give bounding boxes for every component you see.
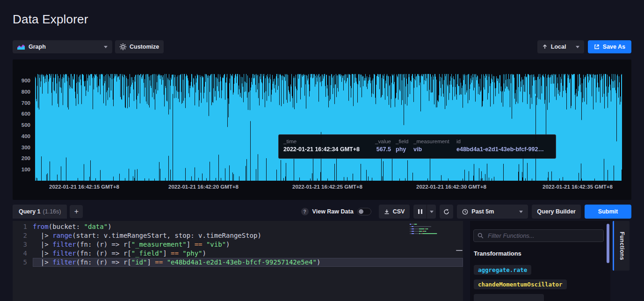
code-line[interactable]: 4 |> filter(fn: (r) => r["_field"] == "p… — [13, 249, 463, 258]
tooltip-value: e48bd4a1-e2d1-43eb-bfcf-992… — [456, 146, 551, 153]
minimap-line — [410, 233, 463, 234]
line-number: 5 — [13, 258, 33, 267]
gear-icon — [120, 44, 126, 50]
flux-code-editor[interactable]: 1from(bucket: "data")2 |> range(start: v… — [13, 221, 463, 301]
tab-functions[interactable]: Functions — [613, 221, 630, 271]
help-icon[interactable]: ? — [301, 208, 309, 215]
minimap[interactable] — [408, 221, 463, 301]
y-tick-label: 800 — [13, 88, 30, 95]
tooltip-column: ide48bd4a1-e2d1-43eb-bfcf-992… — [456, 139, 551, 154]
submit-label: Submit — [598, 208, 618, 215]
refresh-button[interactable] — [440, 205, 453, 219]
query-tab[interactable]: Query 1 (1.16s) — [13, 205, 67, 219]
tooltip-header: _field — [396, 139, 413, 144]
code-text: |> range(start: v.timeRangeStart, stop: … — [33, 231, 463, 240]
chart-panel: 900800700600500400300200100 2022-01-21 1… — [13, 59, 631, 200]
panel-scrollbar[interactable] — [607, 224, 609, 263]
code-lines: 1from(bucket: "data")2 |> range(start: v… — [13, 222, 463, 267]
search-icon — [478, 233, 484, 239]
csv-download-button[interactable]: CSV — [379, 205, 410, 219]
time-range-dropdown[interactable]: Past 5m — [457, 205, 528, 219]
add-query-button[interactable]: + — [70, 205, 83, 218]
time-range-label: Past 5m — [471, 208, 516, 215]
code-text: from(bucket: "data") — [33, 222, 463, 231]
code-line[interactable]: 3 |> filter(fn: (r) => r["_measurement"]… — [13, 240, 463, 249]
code-line[interactable]: 1from(bucket: "data") — [13, 222, 463, 231]
timezone-dropdown[interactable]: Local — [537, 40, 584, 53]
query-builder-button[interactable]: Query Builder — [532, 205, 581, 219]
code-token: |> — [33, 258, 52, 266]
tooltip-value: 567.5 — [369, 146, 391, 153]
query-builder-label: Query Builder — [537, 208, 576, 215]
query-bar: Query 1 (1.16s) + ? View Raw Data CSV Pa… — [13, 205, 631, 219]
tooltip: _time2022-01-21 16:42:34 GMT+8_value567.… — [278, 134, 556, 159]
code-line[interactable]: 2 |> range(start: v.timeRangeStart, stop… — [13, 231, 463, 240]
tooltip-value: phy — [396, 146, 413, 153]
pause-options-button[interactable] — [427, 205, 436, 219]
clock-icon — [462, 209, 468, 215]
submit-button[interactable]: Submit — [585, 205, 631, 219]
x-tick-label: 2022-01-21 16:42:35 GMT+8 — [543, 184, 613, 190]
y-tick-label: 900 — [13, 77, 30, 84]
pause-split-button — [413, 205, 436, 219]
code-token: filter — [52, 241, 76, 248]
code-token: (fn: (r) => r[ — [76, 250, 131, 257]
minimap-line — [410, 224, 463, 225]
code-token: ) — [203, 250, 206, 257]
toggle-knob — [359, 209, 363, 214]
code-token: |> — [33, 250, 52, 257]
x-tick-label: 2022-01-21 16:42:20 GMT+8 — [168, 184, 239, 190]
panel-resize-handle[interactable] — [456, 250, 463, 251]
y-tick-label: 700 — [13, 100, 30, 106]
code-token: |> — [33, 241, 52, 248]
timezone-label: Local — [551, 44, 566, 50]
view-raw-data-toggle[interactable] — [357, 208, 371, 215]
chevron-down-icon — [576, 46, 579, 48]
graph-type-dropdown[interactable]: Graph — [13, 40, 112, 53]
minimap-segment — [426, 231, 427, 232]
tooltip-value: vib — [413, 146, 456, 153]
filter-functions-input[interactable] — [473, 229, 604, 242]
code-line[interactable]: 5 |> filter(fn: (r) => r["id"] == "e48bd… — [13, 258, 463, 267]
x-tick-label: 2022-01-21 16:42:30 GMT+8 — [416, 184, 486, 190]
code-token: (bucket: — [49, 223, 84, 230]
chart-canvas[interactable] — [35, 70, 622, 181]
arrow-up-icon — [542, 44, 548, 50]
minimap-segment — [414, 233, 419, 234]
y-axis-labels: 900800700600500400300200100 — [13, 77, 30, 173]
line-number: 2 — [13, 231, 33, 240]
code-token: "phy" — [182, 250, 202, 257]
graph-type-label: Graph — [29, 44, 46, 50]
code-token: "data" — [84, 223, 108, 230]
tooltip-column: _measurementvib — [413, 139, 456, 154]
code-token: (start: v.timeRangeStart, stop: v.timeRa… — [72, 232, 261, 239]
line-number: 3 — [13, 240, 33, 249]
save-as-button[interactable]: Save As — [588, 40, 631, 53]
function-item[interactable]: aggregate.rate — [474, 265, 531, 275]
minimap-line — [410, 226, 463, 227]
functions-tab-label: Functions — [619, 232, 625, 260]
refresh-icon — [443, 209, 449, 215]
page-title: Data Explorer — [13, 12, 88, 27]
y-tick-label: 100 — [13, 166, 30, 173]
code-token: ] — [163, 250, 171, 257]
function-item-partial[interactable] — [474, 294, 544, 301]
code-token: "_measurement" — [131, 241, 187, 248]
line-number: 4 — [13, 249, 33, 258]
code-token: "e48bd4a1-e2d1-43eb-bfcf-99257142e5e4" — [167, 258, 317, 266]
minimap-line — [410, 231, 463, 232]
function-item[interactable]: chandeMomentumOscillator — [474, 279, 567, 289]
code-token: == — [155, 258, 163, 266]
editor-region: 1from(bucket: "data")2 |> range(start: v… — [13, 221, 631, 301]
customize-button[interactable]: Customize — [115, 40, 164, 53]
code-token: == — [171, 250, 179, 257]
csv-label: CSV — [393, 208, 405, 215]
code-token: "vib" — [206, 241, 226, 248]
chevron-down-icon — [104, 46, 108, 48]
tooltip-header: _time — [283, 139, 369, 144]
code-token: ] — [147, 258, 155, 266]
pause-button[interactable] — [413, 205, 427, 219]
query-duration: (1.16s) — [43, 208, 61, 215]
code-token — [202, 241, 206, 248]
query-tab-label: Query 1 — [19, 208, 41, 215]
